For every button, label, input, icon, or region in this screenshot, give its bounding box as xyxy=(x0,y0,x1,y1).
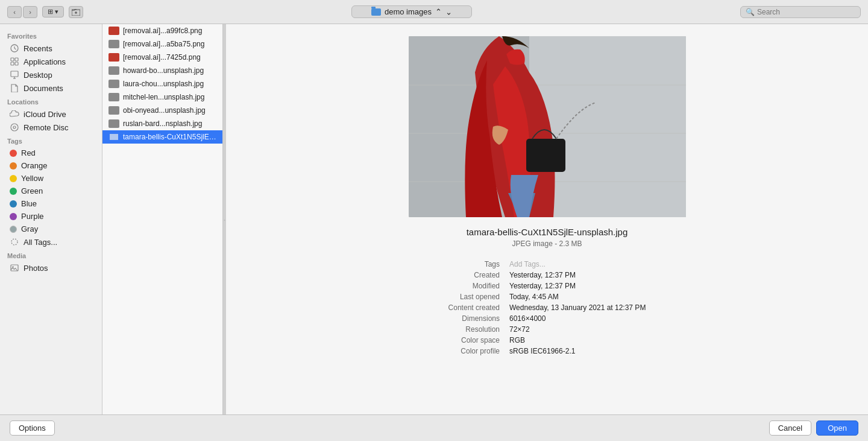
folder-name: demo images xyxy=(385,7,432,16)
orange-tag-dot xyxy=(10,162,17,170)
file-thumbnail xyxy=(108,66,119,75)
sidebar-desktop-label: Desktop xyxy=(24,71,52,80)
sidebar-item-all-tags[interactable]: All Tags... xyxy=(2,235,99,249)
file-item[interactable]: [removal.ai]...a5ba75.png xyxy=(102,37,222,51)
locations-section-title: Locations xyxy=(0,95,102,107)
sidebar-item-icloud[interactable]: iCloud Drive xyxy=(2,107,99,121)
sidebar-item-photos[interactable]: Photos xyxy=(2,261,99,274)
favorites-section-title: Favorites xyxy=(0,29,102,42)
sidebar-item-recents[interactable]: Recents xyxy=(2,42,99,55)
nav-buttons: ‹ › xyxy=(7,6,37,18)
file-thumbnail xyxy=(108,40,119,48)
sidebar-item-tag-gray[interactable]: Gray xyxy=(2,223,99,235)
resolution-meta-label: Resolution xyxy=(448,325,500,334)
resizer-handle[interactable] xyxy=(223,24,226,414)
folder-chevron-down-icon: ⌃ xyxy=(445,7,452,16)
search-input[interactable] xyxy=(757,8,855,16)
titlebar: ‹ › ⊞ ▾ demo images ⌃ ⌃ 🔍 xyxy=(0,0,868,24)
svg-rect-6 xyxy=(11,58,14,61)
folder-icon xyxy=(371,8,381,16)
view-grid-icon: ⊞ xyxy=(48,8,53,16)
sidebar-item-tag-red[interactable]: Red xyxy=(2,147,99,159)
svg-rect-10 xyxy=(11,71,18,77)
tag-yellow-label: Yellow xyxy=(21,174,43,183)
file-item[interactable]: [removal.ai]...7425d.png xyxy=(102,51,222,64)
file-list-panel: [removal.ai]...a99fc8.png [removal.ai]..… xyxy=(102,24,223,414)
svg-rect-21 xyxy=(409,84,686,86)
cancel-button[interactable]: Cancel xyxy=(769,420,811,436)
red-tag-dot xyxy=(10,150,17,157)
file-item-selected[interactable]: tamara-bellis-CuXt1N5SjlE-unsplash.jpg xyxy=(102,130,222,144)
svg-rect-7 xyxy=(15,58,18,61)
tag-red-label: Red xyxy=(21,148,36,157)
tags-meta-value[interactable]: Add Tags... xyxy=(509,260,646,268)
created-meta-value: Yesterday, 12:37 PM xyxy=(509,271,646,279)
resolution-meta-value: 72×72 xyxy=(509,325,646,334)
color-profile-meta-label: Color profile xyxy=(448,347,500,355)
file-name: howard-bo...unsplash.jpg xyxy=(123,66,204,75)
search-box[interactable]: 🔍 xyxy=(740,6,861,18)
clock-icon xyxy=(10,43,19,53)
tag-gray-label: Gray xyxy=(21,224,38,233)
tags-section-title: Tags xyxy=(0,134,102,147)
svg-point-13 xyxy=(11,124,18,131)
sidebar-item-tag-yellow[interactable]: Yellow xyxy=(2,172,99,185)
svg-rect-9 xyxy=(15,62,18,65)
grid-icon xyxy=(10,57,19,66)
preview-filename: tamara-bellis-CuXt1N5SjlE-unsplash.jpg xyxy=(467,227,628,237)
file-name: [removal.ai]...a5ba75.png xyxy=(123,40,204,48)
svg-point-15 xyxy=(11,239,17,245)
sidebar-item-documents[interactable]: Documents xyxy=(2,81,99,95)
last-opened-meta-label: Last opened xyxy=(448,293,500,301)
yellow-tag-dot xyxy=(10,175,17,182)
file-item[interactable]: ruslan-bard...nsplash.jpg xyxy=(102,117,222,130)
open-button[interactable]: Open xyxy=(816,420,858,436)
media-section-title: Media xyxy=(0,249,102,261)
color-profile-meta-value: sRGB IEC61966-2.1 xyxy=(509,347,646,355)
file-item[interactable]: howard-bo...unsplash.jpg xyxy=(102,64,222,77)
tag-green-label: Green xyxy=(21,186,43,195)
sidebar-item-remotedisc[interactable]: Remote Disc xyxy=(2,121,99,134)
file-name: [removal.ai]...7425d.png xyxy=(123,53,201,62)
file-thumbnail xyxy=(108,93,119,101)
svg-line-5 xyxy=(14,48,16,49)
main-area: Favorites Recents Applications Desktop D… xyxy=(0,24,868,414)
sidebar-documents-label: Documents xyxy=(24,84,63,93)
file-name: laura-chou...unsplash.jpg xyxy=(123,80,204,88)
view-selector[interactable]: ⊞ ▾ xyxy=(42,6,64,17)
forward-button[interactable]: › xyxy=(23,6,37,18)
file-item[interactable]: laura-chou...unsplash.jpg xyxy=(102,77,222,90)
sidebar-item-tag-purple[interactable]: Purple xyxy=(2,210,99,223)
folder-chevron-icon: ⌃ xyxy=(435,7,442,16)
dimensions-meta-label: Dimensions xyxy=(448,314,500,323)
tag-purple-label: Purple xyxy=(21,212,44,221)
preview-panel: tamara-bellis-CuXt1N5SjlE-unsplash.jpg J… xyxy=(226,24,868,414)
sidebar-item-applications[interactable]: Applications xyxy=(2,55,99,68)
sidebar-item-tag-orange[interactable]: Orange xyxy=(2,159,99,172)
sidebar-item-tag-blue[interactable]: Blue xyxy=(2,197,99,210)
file-thumbnail xyxy=(108,53,119,62)
new-folder-button[interactable] xyxy=(69,6,83,18)
file-name: obi-onyead...unsplash.jpg xyxy=(123,106,206,115)
metadata-table: Tags Add Tags... Created Yesterday, 12:3… xyxy=(448,260,646,355)
sidebar-remotedisc-label: Remote Disc xyxy=(24,123,68,132)
sidebar-item-desktop[interactable]: Desktop xyxy=(2,68,99,81)
file-item[interactable]: mitchel-len...unsplash.jpg xyxy=(102,90,222,104)
file-name: [removal.ai]...a99fc8.png xyxy=(123,27,202,35)
color-space-meta-value: RGB xyxy=(509,336,646,344)
options-button[interactable]: Options xyxy=(10,420,55,436)
file-item[interactable]: [removal.ai]...a99fc8.png xyxy=(102,24,222,37)
file-item[interactable]: obi-onyead...unsplash.jpg xyxy=(102,104,222,117)
tag-blue-label: Blue xyxy=(21,199,37,208)
file-name: ruslan-bard...nsplash.jpg xyxy=(123,119,202,128)
file-thumbnail xyxy=(108,119,119,128)
svg-point-17 xyxy=(12,266,13,267)
svg-rect-8 xyxy=(11,62,14,65)
sidebar-item-tag-green[interactable]: Green xyxy=(2,185,99,197)
folder-selector[interactable]: demo images ⌃ ⌃ xyxy=(351,5,472,18)
disc-icon xyxy=(10,122,19,132)
content-created-meta-value: Wednesday, 13 January 2021 at 12:37 PM xyxy=(509,303,646,312)
back-button[interactable]: ‹ xyxy=(7,6,22,18)
sidebar-applications-label: Applications xyxy=(24,57,66,66)
file-thumbnail xyxy=(108,27,119,35)
